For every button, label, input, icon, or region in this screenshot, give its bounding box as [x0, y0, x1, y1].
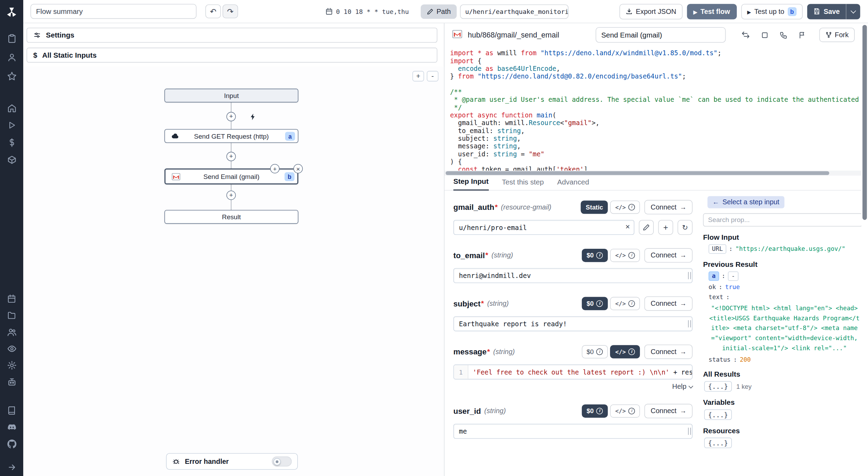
add-step-button[interactable] — [226, 112, 236, 121]
subject-input[interactable] — [453, 316, 693, 331]
export-json-button[interactable]: Export JSON — [619, 3, 682, 19]
resize-grip[interactable] — [688, 272, 691, 279]
fork-button[interactable]: Fork — [819, 28, 855, 42]
box-icon[interactable] — [7, 155, 17, 165]
user-id-input[interactable] — [453, 424, 693, 439]
calendar-icon[interactable] — [7, 294, 17, 304]
code-mode-button[interactable] — [610, 345, 640, 358]
prop-key-status[interactable]: status — [709, 356, 731, 363]
play-icon[interactable] — [7, 120, 17, 130]
discord-icon[interactable] — [7, 422, 17, 432]
flow-canvas[interactable]: + - Input Send GET Request (http) a Send… — [23, 66, 444, 476]
vertical-scrollbar[interactable] — [862, 25, 867, 220]
prop-key-ok[interactable]: ok — [709, 284, 716, 291]
message-expression-editor[interactable]: 1 'Feel free to check out the latest rep… — [453, 364, 693, 379]
prop-value-a[interactable]: - — [728, 271, 738, 281]
variables-object-badge[interactable]: {...} — [704, 409, 732, 420]
delete-step-button[interactable] — [293, 164, 303, 173]
gmail-auth-input[interactable] — [453, 220, 634, 235]
gear-icon[interactable] — [7, 360, 17, 370]
resize-grip[interactable] — [688, 320, 691, 328]
static-mode-button[interactable]: Static — [581, 200, 608, 213]
test-flow-button[interactable]: Test flow — [687, 3, 737, 19]
home-icon[interactable] — [7, 103, 17, 113]
schedule-display[interactable]: 0 10 18 * * tue,thu — [326, 8, 409, 15]
path-button[interactable]: Path — [420, 4, 457, 18]
resize-grip[interactable] — [688, 428, 691, 435]
flag-icon[interactable] — [798, 30, 807, 40]
edit-resource-button[interactable] — [639, 220, 654, 235]
connect-button[interactable]: Connect — [645, 296, 693, 310]
connect-button[interactable]: Connect — [645, 344, 693, 359]
horizontal-scrollbar[interactable] — [445, 171, 829, 175]
code-mode-button[interactable] — [610, 248, 640, 262]
phone-icon[interactable] — [779, 30, 788, 40]
static-mode-button[interactable]: $0 — [582, 345, 608, 358]
add-step-button[interactable] — [226, 190, 236, 200]
add-step-button[interactable] — [226, 152, 236, 161]
move-step-button[interactable] — [270, 164, 279, 173]
github-icon[interactable] — [7, 439, 17, 449]
star-icon[interactable] — [7, 71, 17, 81]
dollar-icon[interactable] — [7, 137, 17, 147]
tab-step-input[interactable]: Step Input — [453, 177, 489, 190]
code-mode-button[interactable] — [610, 297, 640, 310]
eye-icon[interactable] — [7, 344, 17, 354]
connect-button[interactable]: Connect — [645, 248, 693, 262]
tab-advanced[interactable]: Advanced — [557, 178, 589, 190]
add-resource-button[interactable] — [658, 220, 673, 235]
refresh-resource-button[interactable] — [678, 220, 693, 235]
prop-key-url[interactable]: URL — [709, 244, 726, 254]
select-step-input-button[interactable]: Select a step input — [708, 196, 784, 208]
windmill-logo[interactable] — [5, 6, 18, 19]
prop-value-status[interactable]: 200 — [740, 356, 751, 363]
code-mode-button[interactable] — [610, 404, 640, 417]
square-icon[interactable] — [760, 30, 769, 40]
to-email-input[interactable] — [453, 268, 693, 283]
save-button[interactable]: Save — [807, 3, 846, 19]
undo-button[interactable] — [206, 5, 221, 18]
swap-icon[interactable] — [741, 30, 750, 40]
node-input[interactable]: Input — [165, 89, 299, 102]
arrow-right-icon[interactable] — [7, 462, 17, 472]
resources-object-badge[interactable]: {...} — [704, 438, 732, 448]
all-results-object-badge[interactable]: {...} — [704, 381, 732, 392]
tab-test-this-step[interactable]: Test this step — [502, 178, 544, 190]
clear-icon[interactable] — [625, 222, 630, 231]
book-icon[interactable] — [7, 405, 17, 416]
flow-path[interactable]: u/henri/earthquake_monitorin — [460, 4, 569, 18]
zoom-in-button[interactable]: + — [412, 71, 424, 81]
prop-value-url[interactable]: "https://earthquake.usgs.gov/" — [735, 245, 845, 253]
prop-value-text[interactable]: "<!DOCTYPE html> <html lang="en"> <head>… — [709, 304, 860, 353]
redo-button[interactable] — [223, 5, 238, 18]
folder-icon[interactable] — [7, 310, 17, 320]
prop-search-input[interactable] — [703, 213, 862, 227]
code-editor[interactable]: import * as wmill from "https://deno.lan… — [444, 47, 861, 171]
robot-icon[interactable] — [7, 377, 17, 387]
step-name-input[interactable] — [596, 27, 726, 43]
code-mode-button[interactable] — [610, 200, 640, 213]
settings-bar[interactable]: Settings — [27, 28, 437, 43]
user-icon[interactable] — [7, 52, 17, 62]
error-handler-bar[interactable]: Error handler — [166, 453, 298, 470]
all-static-inputs-bar[interactable]: All Static Inputs — [27, 48, 437, 63]
connect-button[interactable]: Connect — [645, 200, 693, 214]
bolt-icon[interactable] — [248, 112, 257, 121]
prop-key-text[interactable]: text — [709, 294, 723, 301]
static-mode-button[interactable]: $0 — [582, 297, 608, 310]
static-mode-button[interactable]: $0 — [582, 248, 608, 262]
node-result[interactable]: Result — [165, 210, 299, 224]
connect-button[interactable]: Connect — [645, 404, 693, 418]
save-dropdown-button[interactable] — [846, 3, 860, 19]
test-up-to-button[interactable]: Test up to b — [741, 3, 802, 19]
flow-summary-input[interactable] — [31, 4, 197, 19]
node-http[interactable]: Send GET Request (http) a — [165, 129, 299, 143]
static-mode-button[interactable]: $0 — [582, 404, 608, 417]
zoom-out-button[interactable]: - — [427, 71, 438, 81]
prop-value-ok[interactable]: true — [725, 284, 740, 291]
help-link[interactable]: Help — [453, 383, 693, 391]
users-icon[interactable] — [7, 327, 17, 337]
prop-key-a[interactable]: a — [709, 271, 719, 281]
clipboard-icon[interactable] — [7, 33, 17, 43]
error-handler-toggle[interactable] — [272, 457, 292, 467]
